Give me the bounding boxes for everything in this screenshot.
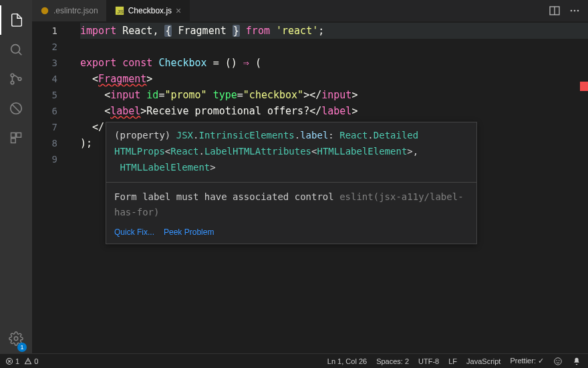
line-number: 4 <box>32 71 69 87</box>
editor[interactable]: 1 2 3 4 5 6 7 8 9 import React, { Fragme… <box>32 21 588 353</box>
debug-icon[interactable] <box>0 94 32 123</box>
svg-rect-8 <box>17 133 21 138</box>
hover-message: Form label must have associated control … <box>106 183 476 226</box>
feedback-icon[interactable] <box>553 357 563 366</box>
status-bar: 1 0 Ln 1, Col 26 Spaces: 2 UTF-8 LF Java… <box>0 353 588 368</box>
hover-signature: (property) JSX.IntrinsicElements.label: … <box>106 122 476 182</box>
encoding-status[interactable]: UTF-8 <box>418 357 439 365</box>
code-line: export const Checkbox = () ⇒ ( <box>80 55 588 71</box>
prettier-status[interactable]: Prettier: ✓ <box>510 357 544 365</box>
more-icon[interactable] <box>569 5 580 16</box>
quick-fix-link[interactable]: Quick Fix... <box>114 227 154 237</box>
line-number: 6 <box>32 103 69 119</box>
svg-point-11 <box>41 7 49 15</box>
tab-label: Checkbox.js <box>128 6 172 15</box>
settings-badge: 1 <box>17 343 27 352</box>
code-line: <input id="promo" type="checkbox"></inpu… <box>80 87 588 103</box>
line-number: 3 <box>32 55 69 71</box>
scm-icon[interactable] <box>0 64 32 94</box>
svg-point-18 <box>577 10 579 12</box>
svg-point-23 <box>555 357 562 365</box>
svg-point-2 <box>11 74 14 77</box>
line-number: 5 <box>32 87 69 103</box>
tab-label: .eslintrc.json <box>53 6 98 15</box>
explorer-icon[interactable] <box>0 5 32 35</box>
close-icon[interactable]: × <box>176 5 181 16</box>
split-editor-icon[interactable] <box>549 5 560 16</box>
svg-rect-7 <box>11 133 16 138</box>
svg-line-6 <box>13 105 20 112</box>
svg-point-10 <box>14 337 18 341</box>
settings-gear-icon[interactable]: 1 <box>0 324 32 353</box>
tab-bar: .eslintrc.json JS Checkbox.js × <box>32 0 588 21</box>
json-file-icon <box>40 6 49 15</box>
hover-tooltip: (property) JSX.IntrinsicElements.label: … <box>106 122 477 244</box>
svg-line-1 <box>19 52 21 55</box>
code-line: <label>Receive promotional offers?</labe… <box>80 103 588 119</box>
eol-status[interactable]: LF <box>448 357 457 365</box>
extensions-icon[interactable] <box>0 123 32 153</box>
search-icon[interactable] <box>0 35 32 64</box>
svg-text:JS: JS <box>117 9 123 15</box>
tab-actions <box>549 0 588 21</box>
svg-point-24 <box>557 359 557 360</box>
tab-checkbox[interactable]: JS Checkbox.js × <box>107 0 190 21</box>
line-numbers: 1 2 3 4 5 6 7 8 9 <box>32 23 69 167</box>
svg-point-0 <box>11 45 20 54</box>
line-number: 2 <box>32 39 69 55</box>
problems-status[interactable]: 1 0 <box>5 357 38 365</box>
line-number: 1 <box>32 23 69 39</box>
indentation-status[interactable]: Spaces: 2 <box>376 357 409 365</box>
svg-point-16 <box>571 10 573 12</box>
svg-point-25 <box>559 359 559 360</box>
svg-point-3 <box>11 81 14 84</box>
peek-problem-link[interactable]: Peek Problem <box>164 227 214 237</box>
svg-rect-9 <box>11 139 16 143</box>
line-number: 9 <box>32 151 69 167</box>
tab-eslintrc[interactable]: .eslintrc.json <box>32 0 107 21</box>
notifications-icon[interactable] <box>572 357 581 366</box>
language-mode[interactable]: JavaScript <box>466 357 500 365</box>
js-file-icon: JS <box>115 6 124 15</box>
line-number: 7 <box>32 119 69 135</box>
code-line: import React, { Fragment } from 'react'; <box>80 23 588 39</box>
activity-bar: 1 <box>0 0 32 353</box>
svg-point-4 <box>18 78 21 81</box>
svg-point-17 <box>574 10 576 12</box>
line-number: 8 <box>32 135 69 151</box>
code-line: <Fragment> <box>80 71 588 87</box>
cursor-position[interactable]: Ln 1, Col 26 <box>327 357 367 365</box>
